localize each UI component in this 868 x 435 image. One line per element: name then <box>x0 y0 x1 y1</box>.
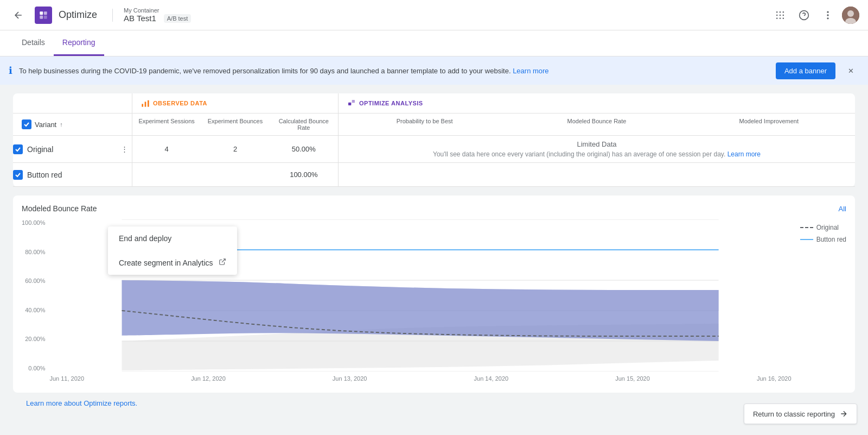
legend-button-red: Button red <box>800 236 846 243</box>
help-button[interactable] <box>794 5 814 25</box>
add-banner-button[interactable]: Add a banner <box>776 62 835 79</box>
svg-rect-23 <box>148 100 149 107</box>
svg-point-8 <box>780 14 781 16</box>
return-classic-button[interactable]: Return to classic reporting <box>744 404 857 424</box>
original-optimize-cells: Limited Data You'll see data here once e… <box>339 136 855 162</box>
variant-cell-button-red: Button red <box>13 163 132 186</box>
svg-point-6 <box>783 11 784 12</box>
tab-details[interactable]: Details <box>13 30 54 56</box>
legend-dotted-line <box>800 227 813 228</box>
banner-learn-more-link[interactable]: Learn more <box>513 67 548 75</box>
covid-banner: ℹ To help businesses during the COVID-19… <box>0 56 868 85</box>
x-label-jun11: Jun 11, 2020 <box>49 375 84 382</box>
x-label-jun12: Jun 12, 2020 <box>191 375 226 382</box>
button-red-bounce-rate: 100.00% <box>270 163 338 186</box>
chart-header: Modeled Bounce Rate All <box>22 204 846 213</box>
svg-point-12 <box>783 17 784 19</box>
return-icon <box>839 409 848 418</box>
topbar: Optimize My Container AB Test1 A/B test <box>0 0 868 30</box>
create-segment-item[interactable]: Create segment in Analytics <box>108 250 237 275</box>
button-red-modeled-bounce-rate <box>510 163 682 186</box>
sort-icon[interactable]: ↑ <box>60 121 63 128</box>
x-label-jun14: Jun 14, 2020 <box>474 375 509 382</box>
svg-point-9 <box>783 14 784 16</box>
observed-section-label: OBSERVED DATA <box>153 100 207 106</box>
svg-point-17 <box>827 17 828 19</box>
y-label-100: 100.00% <box>22 219 45 226</box>
original-observed-cells: 4 2 50.00% <box>132 136 339 162</box>
back-button[interactable] <box>9 5 28 25</box>
main-content: OBSERVED DATA OPTIMIZE ANALYSIS Variant … <box>0 85 868 435</box>
svg-point-5 <box>780 11 781 12</box>
learn-more-bottom: Learn more about Optimize reports. <box>13 393 855 414</box>
svg-point-15 <box>827 11 828 12</box>
button-red-bounces <box>201 163 269 186</box>
app-name: Optimize <box>59 9 97 21</box>
button-red-optimize-cells <box>339 163 855 186</box>
original-checkbox[interactable] <box>13 144 23 154</box>
topbar-actions <box>770 5 859 25</box>
x-label-jun16: Jun 16, 2020 <box>757 375 792 382</box>
container-info: My Container AB Test1 A/B test <box>124 7 191 23</box>
context-dropdown-menu: End and deploy Create segment in Analyti… <box>108 226 237 275</box>
end-and-deploy-item[interactable]: End and deploy <box>108 226 237 250</box>
limited-data-desc: You'll see data here once every variant … <box>433 150 761 158</box>
more-options-button[interactable] <box>818 5 838 25</box>
th-prob-best: Probability to be Best <box>339 114 510 135</box>
button-red-observed-cells: 100.00% <box>132 163 339 186</box>
legend-button-red-label: Button red <box>816 236 846 243</box>
y-label-0: 0.00% <box>28 365 45 371</box>
original-bounce-rate: 50.00% <box>270 136 338 162</box>
tab-reporting[interactable]: Reporting <box>54 30 104 56</box>
external-link-icon <box>219 258 226 267</box>
svg-rect-22 <box>145 102 146 106</box>
topbar-divider <box>112 9 113 22</box>
th-calc-bounce-rate: Calculated Bounce Rate <box>270 114 338 135</box>
original-bounces: 2 <box>201 136 269 162</box>
svg-rect-1 <box>44 11 47 15</box>
y-label-80: 80.00% <box>25 249 45 255</box>
variant-section-header <box>13 93 132 113</box>
legend-original: Original <box>800 224 846 231</box>
th-exp-bounces: Experiment Bounces <box>201 114 269 135</box>
optimize-section-label: OPTIMIZE ANALYSIS <box>359 100 423 106</box>
chart-legend: Original Button red <box>792 219 846 384</box>
column-headers: Variant ↑ Experiment Sessions Experiment… <box>13 114 855 136</box>
table-row-button-red: Button red 100.00% <box>13 163 855 187</box>
button-red-prob-best <box>339 163 510 186</box>
container-label: My Container <box>124 7 191 14</box>
variant-checkbox-header[interactable] <box>22 119 31 129</box>
svg-point-16 <box>827 14 828 16</box>
experiment-name: AB Test1 <box>124 14 156 23</box>
x-label-jun15: Jun 15, 2020 <box>615 375 650 382</box>
button-red-sessions <box>132 163 201 186</box>
svg-rect-24 <box>348 103 351 105</box>
limited-data-learn-more[interactable]: Learn more <box>727 150 761 158</box>
banner-close-button[interactable]: ✕ <box>842 62 859 79</box>
th-modeled-improvement: Modeled Improvement <box>683 114 855 135</box>
button-red-modeled-improvement <box>683 163 855 186</box>
original-more-button[interactable]: ⋮ <box>117 142 132 157</box>
x-axis: Jun 11, 2020 Jun 12, 2020 Jun 13, 2020 J… <box>49 373 791 384</box>
banner-text: To help businesses during the COVID-19 p… <box>19 67 769 75</box>
chart-all-link[interactable]: All <box>839 205 846 213</box>
data-table-card: OBSERVED DATA OPTIMIZE ANALYSIS Variant … <box>13 93 855 187</box>
th-variant-label: Variant <box>35 121 56 129</box>
svg-rect-0 <box>40 11 43 15</box>
tabs-bar: Details Reporting <box>0 30 868 56</box>
app-logo <box>35 7 52 24</box>
optimize-section-header: OPTIMIZE ANALYSIS <box>339 93 855 113</box>
apps-button[interactable] <box>770 5 790 25</box>
original-name: Original <box>27 145 53 154</box>
y-label-60: 60.00% <box>25 278 45 284</box>
learn-more-optimize-link[interactable]: Learn more about Optimize reports. <box>26 399 137 407</box>
limited-data-cell: Limited Data You'll see data here once e… <box>339 136 855 162</box>
legend-solid-line <box>800 239 813 240</box>
x-label-jun13: Jun 13, 2020 <box>333 375 367 382</box>
user-avatar[interactable] <box>842 7 859 24</box>
banner-info-icon: ℹ <box>9 65 12 77</box>
th-observed: Experiment Sessions Experiment Bounces C… <box>132 114 339 135</box>
observed-section-header: OBSERVED DATA <box>132 93 339 113</box>
button-red-name: Button red <box>27 171 62 179</box>
button-red-checkbox[interactable] <box>13 170 23 180</box>
